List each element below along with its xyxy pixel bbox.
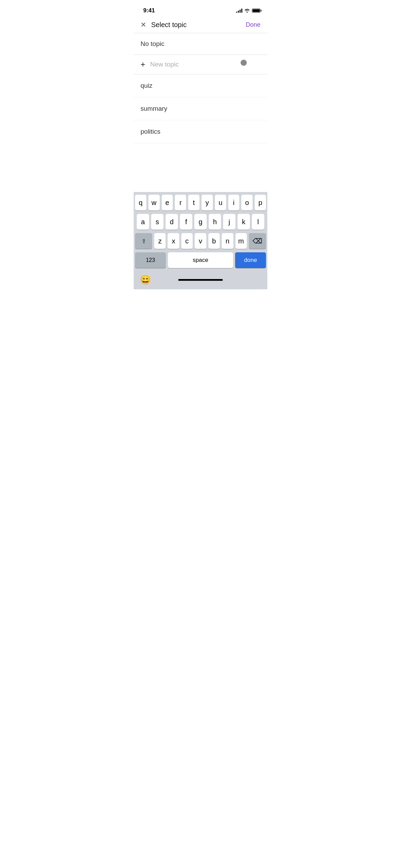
key-o[interactable]: o	[241, 195, 253, 210]
keyboard: q w e r t y u i o p a s d f g h j k l ⇧ …	[134, 192, 267, 289]
topic-list: No topic + quiz summary politics	[134, 33, 267, 143]
key-f[interactable]: f	[180, 214, 192, 230]
topic-item-politics[interactable]: politics	[134, 120, 267, 143]
keyboard-row-3: ⇧ z x c v b n m ⌫	[135, 233, 266, 249]
topic-item-quiz[interactable]: quiz	[134, 74, 267, 97]
key-l[interactable]: l	[252, 214, 264, 230]
cursor-handle	[241, 60, 247, 66]
topic-item-summary[interactable]: summary	[134, 97, 267, 120]
key-u[interactable]: u	[215, 195, 226, 210]
key-m[interactable]: m	[235, 233, 247, 249]
topic-label: summary	[141, 105, 167, 112]
done-button[interactable]: Done	[246, 21, 260, 28]
key-g[interactable]: g	[194, 214, 207, 230]
status-time: 9:41	[143, 7, 155, 14]
topic-label: quiz	[141, 82, 153, 89]
numbers-key[interactable]: 123	[135, 252, 166, 268]
key-k[interactable]: k	[238, 214, 250, 230]
topic-label: politics	[141, 128, 160, 135]
key-w[interactable]: w	[148, 195, 160, 210]
shift-key[interactable]: ⇧	[135, 233, 152, 249]
key-x[interactable]: x	[168, 233, 179, 249]
keyboard-row-1: q w e r t y u i o p	[135, 195, 266, 210]
no-topic-item[interactable]: No topic	[134, 33, 267, 55]
signal-icon	[236, 9, 242, 13]
key-y[interactable]: y	[202, 195, 213, 210]
key-p[interactable]: p	[255, 195, 266, 210]
home-bar	[178, 276, 223, 283]
key-z[interactable]: z	[154, 233, 166, 249]
keyboard-row-4: 123 space done	[135, 252, 266, 268]
battery-icon	[252, 9, 260, 13]
key-n[interactable]: n	[222, 233, 233, 249]
keyboard-bottom-row: 😄	[134, 269, 267, 289]
key-t[interactable]: t	[188, 195, 199, 210]
delete-key[interactable]: ⌫	[249, 233, 266, 249]
key-s[interactable]: s	[151, 214, 163, 230]
nav-bar: ✕ Select topic Done	[134, 16, 267, 33]
keyboard-done-key[interactable]: done	[235, 252, 266, 268]
close-button[interactable]: ✕	[141, 21, 146, 29]
key-r[interactable]: r	[175, 195, 186, 210]
key-q[interactable]: q	[135, 195, 146, 210]
key-h[interactable]: h	[209, 214, 221, 230]
space-key[interactable]: space	[168, 252, 233, 268]
key-a[interactable]: a	[137, 214, 149, 230]
key-d[interactable]: d	[166, 214, 178, 230]
add-topic-icon: +	[141, 60, 145, 69]
nav-left: ✕ Select topic	[141, 21, 186, 29]
key-b[interactable]: b	[208, 233, 220, 249]
key-i[interactable]: i	[228, 195, 240, 210]
keyboard-row-2: a s d f g h j k l	[135, 214, 266, 230]
key-e[interactable]: e	[162, 195, 173, 210]
page-title: Select topic	[151, 21, 186, 29]
emoji-button[interactable]: 😄	[138, 272, 153, 287]
new-topic-row[interactable]: +	[134, 55, 267, 74]
key-j[interactable]: j	[223, 214, 235, 230]
status-bar: 9:41	[134, 0, 267, 16]
status-icons	[236, 9, 260, 13]
key-v[interactable]: v	[195, 233, 206, 249]
keyboard-rows: q w e r t y u i o p a s d f g h j k l ⇧ …	[134, 192, 267, 269]
key-c[interactable]: c	[181, 233, 193, 249]
wifi-icon	[244, 9, 250, 13]
no-topic-label: No topic	[141, 40, 165, 47]
home-indicator	[178, 279, 223, 281]
